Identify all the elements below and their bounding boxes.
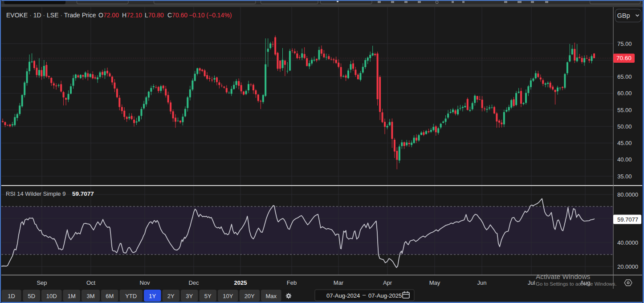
- svg-text:May: May: [429, 279, 440, 286]
- svg-text:–: –: [363, 291, 366, 298]
- svg-text:60.00: 60.00: [617, 90, 632, 97]
- svg-text:6M: 6M: [106, 293, 114, 299]
- svg-text:45.00: 45.00: [617, 140, 632, 146]
- svg-text:59.7077: 59.7077: [72, 190, 94, 197]
- svg-text:70.60: 70.60: [616, 55, 632, 61]
- svg-text:Feb: Feb: [287, 279, 297, 286]
- svg-text:Go to Settings to activate Win: Go to Settings to activate Windows.: [536, 281, 617, 287]
- svg-text:10D: 10D: [46, 293, 57, 299]
- svg-text:3Y: 3Y: [186, 293, 193, 299]
- svg-text:Jun: Jun: [477, 279, 487, 286]
- svg-text:5D: 5D: [28, 293, 35, 299]
- svg-text:2Y: 2Y: [167, 293, 175, 299]
- svg-text:Mar: Mar: [334, 279, 344, 286]
- svg-text:40.00: 40.00: [617, 156, 632, 163]
- svg-text:Apr: Apr: [383, 279, 392, 286]
- svg-text:Sep: Sep: [37, 279, 47, 286]
- svg-text:1Y: 1Y: [149, 293, 156, 299]
- svg-text:Max: Max: [266, 293, 277, 299]
- svg-text:59.7077: 59.7077: [617, 216, 638, 223]
- svg-text:80.0000: 80.0000: [617, 191, 638, 198]
- svg-text:65.00: 65.00: [617, 73, 632, 80]
- svg-text:Oct: Oct: [86, 279, 96, 286]
- svg-text:5Y: 5Y: [204, 293, 212, 299]
- svg-text:50.00: 50.00: [617, 123, 632, 130]
- svg-text:1D: 1D: [8, 293, 15, 299]
- svg-text:YTD: YTD: [125, 293, 137, 299]
- svg-text:3M: 3M: [86, 293, 94, 299]
- svg-text:GBp: GBp: [617, 12, 630, 19]
- svg-text:10Y: 10Y: [223, 293, 233, 299]
- svg-text:EVOKE · 1D · LSE · Trade Price: EVOKE · 1D · LSE · Trade Price: [6, 12, 96, 19]
- svg-text:2025: 2025: [234, 279, 247, 286]
- svg-text:Activate Windows: Activate Windows: [536, 273, 591, 280]
- svg-text:55.00: 55.00: [617, 107, 632, 113]
- svg-text:35.00: 35.00: [617, 173, 632, 180]
- svg-text:40.0000: 40.0000: [617, 239, 638, 246]
- svg-text:RSI 14 Wilder Simple 9: RSI 14 Wilder Simple 9: [6, 190, 65, 197]
- svg-text:20.0000: 20.0000: [617, 263, 638, 270]
- svg-text:Dec: Dec: [188, 279, 199, 286]
- svg-text:1M: 1M: [68, 293, 76, 299]
- svg-text:07-Aug-2024: 07-Aug-2024: [326, 292, 360, 299]
- svg-text:Nov: Nov: [139, 279, 150, 286]
- svg-text:Jul: Jul: [528, 279, 535, 286]
- svg-text:20Y: 20Y: [245, 293, 255, 299]
- svg-text:75.00: 75.00: [617, 40, 632, 47]
- svg-text:07-Aug-2025: 07-Aug-2025: [368, 292, 402, 299]
